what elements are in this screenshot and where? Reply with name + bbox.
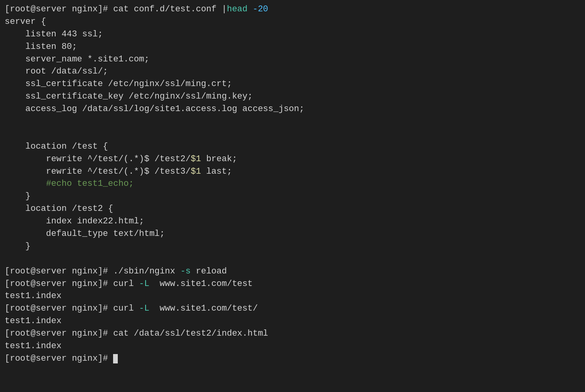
- line-out2: test1.index: [5, 315, 580, 327]
- line-blank1: [5, 115, 580, 128]
- line-cmd2: [root@server nginx]# ./sbin/nginx -s rel…: [5, 265, 580, 278]
- line-default-type: default_type text/html;: [5, 228, 580, 240]
- line-ssl-cert: ssl_certificate /etc/nginx/ssl/ming.crt;: [5, 78, 580, 90]
- line-blank2: [5, 128, 580, 140]
- line-ssl-cert-key: ssl_certificate_key /etc/nginx/ssl/ming.…: [5, 90, 580, 103]
- line-listen-443: listen 443 ssl;: [5, 28, 580, 41]
- line-root: root /data/ssl/;: [5, 65, 580, 78]
- line-close-test2: }: [5, 240, 580, 253]
- line-location-test2: location /test2 {: [5, 203, 580, 215]
- line-listen-80: listen 80;: [5, 41, 580, 53]
- line-blank3: [5, 253, 580, 265]
- line-index: index index22.html;: [5, 215, 580, 228]
- line-cmd5: [root@server nginx]# cat /data/ssl/test2…: [5, 327, 580, 340]
- line-server-name: server_name *.site1.com;: [5, 53, 580, 66]
- cursor-blink: [113, 354, 118, 363]
- line-close-test: }: [5, 190, 580, 203]
- line-cmd3: [root@server nginx]# curl -L www.site1.c…: [5, 278, 580, 290]
- line-out3: test1.index: [5, 340, 580, 352]
- line-out1: test1.index: [5, 290, 580, 302]
- line-cmd1: [root@server nginx]# cat conf.d/test.con…: [5, 3, 580, 16]
- line-final-prompt[interactable]: [root@server nginx]#: [5, 352, 580, 365]
- terminal: [root@server nginx]# cat conf.d/test.con…: [5, 3, 580, 365]
- line-server-open: server {: [5, 16, 580, 28]
- line-location-test: location /test {: [5, 140, 580, 153]
- line-rewrite2: rewrite ^/test/(.*)$ /test3/$1 last;: [5, 165, 580, 178]
- line-rewrite1: rewrite ^/test/(.*)$ /test2/$1 break;: [5, 153, 580, 165]
- line-cmd4: [root@server nginx]# curl -L www.site1.c…: [5, 302, 580, 315]
- line-access-log: access_log /data/ssl/log/site1.access.lo…: [5, 103, 580, 115]
- line-comment: #echo test1_echo;: [5, 178, 580, 190]
